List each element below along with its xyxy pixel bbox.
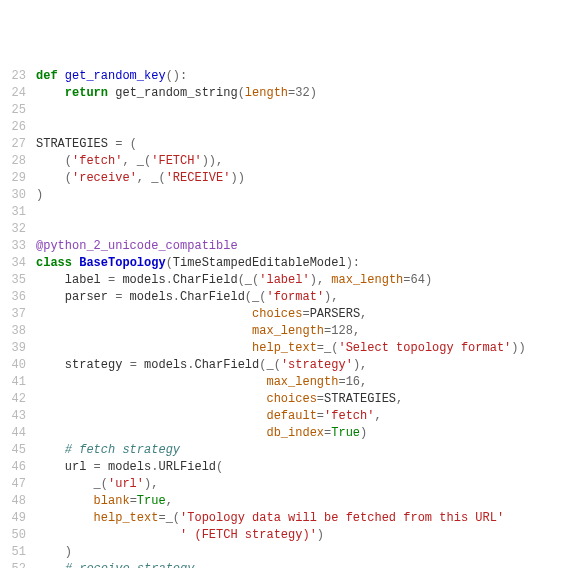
code-line: 51 ) <box>0 544 568 561</box>
line-number: 26 <box>0 119 36 136</box>
code-line: 37 choices=PARSERS, <box>0 306 568 323</box>
line-content: help_text=_('Topology data will be fetch… <box>36 510 568 527</box>
line-number: 30 <box>0 187 36 204</box>
line-number: 41 <box>0 374 36 391</box>
line-content: parser = models.CharField(_('format'), <box>36 289 568 306</box>
line-number: 32 <box>0 221 36 238</box>
line-number: 45 <box>0 442 36 459</box>
line-number: 25 <box>0 102 36 119</box>
line-number: 29 <box>0 170 36 187</box>
line-content: help_text=_('Select topology format')) <box>36 340 568 357</box>
line-content: label = models.CharField(_('label'), max… <box>36 272 568 289</box>
line-content <box>36 204 568 221</box>
line-number: 43 <box>0 408 36 425</box>
line-content <box>36 221 568 238</box>
line-number: 37 <box>0 306 36 323</box>
line-content: blank=True, <box>36 493 568 510</box>
code-line: 31 <box>0 204 568 221</box>
line-content: max_length=128, <box>36 323 568 340</box>
line-number: 39 <box>0 340 36 357</box>
line-content <box>36 102 568 119</box>
line-content: @python_2_unicode_compatible <box>36 238 568 255</box>
line-content: choices=STRATEGIES, <box>36 391 568 408</box>
line-number: 47 <box>0 476 36 493</box>
code-line: 42 choices=STRATEGIES, <box>0 391 568 408</box>
line-number: 40 <box>0 357 36 374</box>
code-line: 43 default='fetch', <box>0 408 568 425</box>
line-content: ) <box>36 544 568 561</box>
line-content: ('fetch', _('FETCH')), <box>36 153 568 170</box>
line-number: 31 <box>0 204 36 221</box>
line-content: strategy = models.CharField(_('strategy'… <box>36 357 568 374</box>
line-number: 33 <box>0 238 36 255</box>
line-content: default='fetch', <box>36 408 568 425</box>
line-number: 44 <box>0 425 36 442</box>
line-number: 23 <box>0 68 36 85</box>
code-line: 35 label = models.CharField(_('label'), … <box>0 272 568 289</box>
code-line: 23def get_random_key(): <box>0 68 568 85</box>
line-content: choices=PARSERS, <box>36 306 568 323</box>
code-line: 30) <box>0 187 568 204</box>
line-number: 46 <box>0 459 36 476</box>
line-number: 51 <box>0 544 36 561</box>
line-number: 42 <box>0 391 36 408</box>
line-number: 35 <box>0 272 36 289</box>
line-content: STRATEGIES = ( <box>36 136 568 153</box>
code-line: 44 db_index=True) <box>0 425 568 442</box>
line-content: ' (FETCH strategy)') <box>36 527 568 544</box>
line-content: return get_random_string(length=32) <box>36 85 568 102</box>
line-content: ) <box>36 187 568 204</box>
line-content: url = models.URLField( <box>36 459 568 476</box>
code-line: 34class BaseTopology(TimeStampedEditable… <box>0 255 568 272</box>
line-content: max_length=16, <box>36 374 568 391</box>
line-number: 52 <box>0 561 36 568</box>
code-line: 52 # receive strategy <box>0 561 568 568</box>
line-content: # receive strategy <box>36 561 568 568</box>
line-content: _('url'), <box>36 476 568 493</box>
line-number: 27 <box>0 136 36 153</box>
line-number: 24 <box>0 85 36 102</box>
code-line: 40 strategy = models.CharField(_('strate… <box>0 357 568 374</box>
line-number: 34 <box>0 255 36 272</box>
code-line: 33@python_2_unicode_compatible <box>0 238 568 255</box>
code-line: 46 url = models.URLField( <box>0 459 568 476</box>
code-line: 26 <box>0 119 568 136</box>
line-content: db_index=True) <box>36 425 568 442</box>
code-line: 38 max_length=128, <box>0 323 568 340</box>
code-line: 49 help_text=_('Topology data will be fe… <box>0 510 568 527</box>
line-content: # fetch strategy <box>36 442 568 459</box>
code-line: 25 <box>0 102 568 119</box>
line-content: class BaseTopology(TimeStampedEditableMo… <box>36 255 568 272</box>
code-line: 48 blank=True, <box>0 493 568 510</box>
code-editor: 23def get_random_key():24 return get_ran… <box>0 68 568 568</box>
line-number: 48 <box>0 493 36 510</box>
code-line: 45 # fetch strategy <box>0 442 568 459</box>
line-content: def get_random_key(): <box>36 68 568 85</box>
code-line: 28 ('fetch', _('FETCH')), <box>0 153 568 170</box>
code-line: 27STRATEGIES = ( <box>0 136 568 153</box>
code-line: 29 ('receive', _('RECEIVE')) <box>0 170 568 187</box>
line-number: 38 <box>0 323 36 340</box>
line-number: 28 <box>0 153 36 170</box>
line-number: 49 <box>0 510 36 527</box>
code-line: 32 <box>0 221 568 238</box>
line-content <box>36 119 568 136</box>
code-line: 50 ' (FETCH strategy)') <box>0 527 568 544</box>
code-line: 41 max_length=16, <box>0 374 568 391</box>
code-line: 24 return get_random_string(length=32) <box>0 85 568 102</box>
code-line: 47 _('url'), <box>0 476 568 493</box>
code-line: 39 help_text=_('Select topology format')… <box>0 340 568 357</box>
code-line: 36 parser = models.CharField(_('format')… <box>0 289 568 306</box>
line-number: 50 <box>0 527 36 544</box>
line-number: 36 <box>0 289 36 306</box>
line-content: ('receive', _('RECEIVE')) <box>36 170 568 187</box>
